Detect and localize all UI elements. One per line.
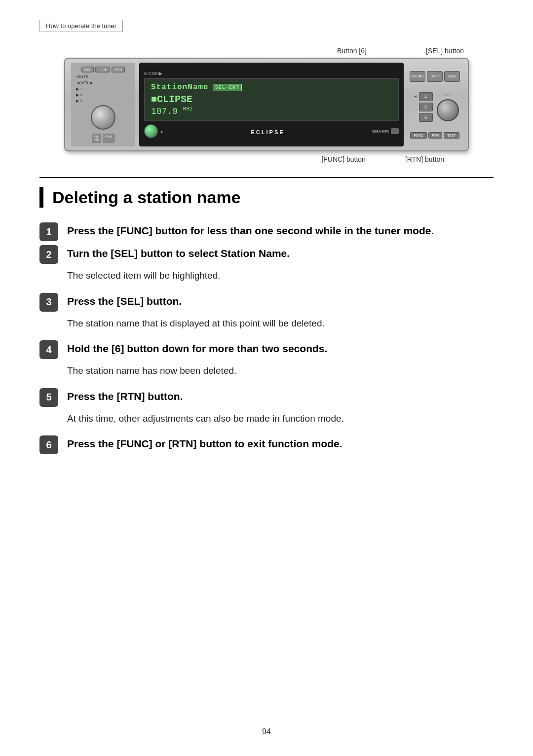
btn-5[interactable]: 5: [419, 103, 433, 111]
title-bar-decoration: [39, 187, 43, 208]
step-3-note: The station name that is displayed at th…: [67, 317, 494, 331]
eclipse-logo: ECLIPSE: [251, 129, 285, 135]
ecom-display-label: E-COM▶: [144, 71, 162, 76]
step-1-text: Press the [FUNC] button for less than on…: [67, 221, 494, 238]
device-image: DISC E·COM OPEN ·MUTE ◄VOL► ▶ 1 ▶ 2: [64, 58, 469, 151]
number-buttons: ◄ 4 5 6: [411, 92, 433, 122]
sound-button[interactable]: SOUND: [410, 71, 425, 82]
step-5-note: At this time, other adjustments can also…: [67, 412, 494, 426]
section-divider: [39, 177, 494, 178]
step-5-text: Press the [RTN] button.: [67, 387, 494, 403]
mhz-text: MHz: [183, 106, 193, 112]
step-6-text: Press the [FUNC] or [RTN] button to exit…: [67, 434, 494, 451]
step-4-note: The station name has now been deleted.: [67, 364, 494, 378]
step-1-content: Press the [FUNC] button for less than on…: [67, 225, 434, 236]
fm-button[interactable]: FMAM: [92, 134, 101, 143]
radio-left-panel: DISC E·COM OPEN ·MUTE ◄VOL► ▶ 1 ▶ 2: [71, 63, 135, 146]
step-5-note-text: At this time, other adjustments can also…: [67, 413, 344, 424]
func-button-label: [FUNC] button: [321, 155, 365, 163]
rtn-button[interactable]: RTN: [428, 132, 442, 139]
step-3-content: Press the [SEL] button.: [67, 295, 182, 307]
car-radio: DISC E·COM OPEN ·MUTE ◄VOL► ▶ 1 ▶ 2: [64, 58, 469, 151]
step-4-text: Hold the [6] button down for more than t…: [67, 339, 494, 356]
step-2-note: The selected item will be highlighted.: [67, 269, 494, 283]
seek-button[interactable]: SEEK: [444, 71, 460, 82]
display-line3: 107.9 MHz: [151, 106, 392, 116]
rtn-button-label: [RTN] button: [405, 155, 444, 163]
func-button[interactable]: FUNC: [410, 132, 426, 139]
step-3-note-text: The station name that is displayed at th…: [67, 318, 325, 328]
step-6-number: 6: [46, 439, 51, 451]
pwr-button[interactable]: PWR: [103, 134, 114, 143]
step-2-badge: 2: [39, 245, 58, 264]
page-container: How to operate the tuner Button [6] [SEL…: [0, 0, 533, 756]
radio-right-panel: SOUND DISP SEEK ◄ 4 5: [408, 63, 462, 146]
step-4-number: 4: [46, 344, 51, 356]
step-4-badge: 4: [39, 340, 58, 359]
step-2-number: 2: [46, 249, 51, 260]
step-4-note-text: The station name has now been deleted.: [67, 365, 236, 376]
sel-button-label: [SEL] button: [426, 47, 464, 55]
step-6-content: Press the [FUNC] or [RTN] button to exit…: [67, 438, 343, 449]
steps-container: 1 Press the [FUNC] button for less than …: [39, 221, 494, 457]
step-2-content: Turn the [SEL] button to select Station …: [67, 248, 290, 259]
step-5-row: 5 Press the [RTN] button.: [39, 387, 494, 407]
breadcrumb-text: How to operate the tuner: [46, 22, 116, 30]
section-title: Deleting a station name: [39, 187, 494, 208]
page-number-text: 94: [262, 727, 271, 736]
section-title-text: Deleting a station name: [52, 188, 241, 207]
frequency-text: 107.9: [151, 107, 178, 116]
btn-6[interactable]: 6: [419, 113, 433, 122]
step-2-note-text: The selected item will be highlighted.: [67, 270, 221, 281]
step-2-text: Turn the [SEL] button to select Station …: [67, 244, 494, 260]
page-number: 94: [262, 727, 271, 736]
step-1-badge: 1: [39, 222, 58, 241]
step-5-number: 5: [46, 392, 51, 403]
device-image-section: Button [6] [SEL] button DISC E·COM OPEN …: [39, 47, 494, 163]
step-6-row: 6 Press the [FUNC] or [RTN] button to ex…: [39, 434, 494, 454]
display-screen: StationName SEL·ENT ■CLIPSE 107.9 MHz: [144, 78, 399, 121]
button-labels-top: Button [6] [SEL] button: [39, 47, 494, 55]
step-5-content: Press the [RTN] button.: [67, 391, 183, 402]
step-6-badge: 6: [39, 435, 58, 454]
sel-knob[interactable]: [437, 99, 459, 121]
btn-4[interactable]: 4: [419, 92, 433, 101]
button6-label: Button [6]: [337, 47, 367, 55]
step-4-content: Hold the [6] button down for more than t…: [67, 343, 327, 354]
tast-button[interactable]: TAST: [444, 132, 459, 139]
button-labels-bottom: [FUNC] button [RTN] button: [39, 155, 494, 163]
station-name-text: StationName: [151, 83, 209, 92]
disp-button[interactable]: DISP: [427, 71, 443, 82]
volume-knob[interactable]: [91, 105, 115, 130]
display-line1: StationName SEL·ENT: [151, 83, 392, 92]
breadcrumb: How to operate the tuner: [39, 20, 123, 32]
step-3-text: Press the [SEL] button.: [67, 292, 494, 308]
open-button[interactable]: OPEN: [112, 67, 125, 72]
top-right-buttons: SOUND DISP SEEK: [410, 71, 460, 82]
display-eclipse-text: ■CLIPSE: [151, 94, 192, 105]
ecom-button[interactable]: E·COM: [95, 67, 110, 72]
step-1-number: 1: [46, 226, 51, 238]
step-3-row: 3 Press the [SEL] button.: [39, 292, 494, 312]
disc-button[interactable]: DISC: [81, 67, 93, 72]
step-3-badge: 3: [39, 293, 58, 312]
step-3-number: 3: [46, 296, 51, 308]
radio-center-display: E-COM▶ StationName SEL·ENT ■CLIPSE 107.9…: [139, 63, 404, 146]
top-buttons-left: DISC E·COM OPEN: [81, 67, 124, 72]
func-rtn-buttons: FUNC RTN TAST: [410, 132, 459, 139]
step-1-row: 1 Press the [FUNC] button for less than …: [39, 221, 494, 241]
step-2-row: 2 Turn the [SEL] button to select Statio…: [39, 244, 494, 264]
sel-badge: SEL·ENT: [213, 84, 242, 91]
step-4-row: 4 Hold the [6] button down for more than…: [39, 339, 494, 359]
step-5-badge: 5: [39, 388, 58, 407]
display-line2: ■CLIPSE: [151, 94, 392, 105]
